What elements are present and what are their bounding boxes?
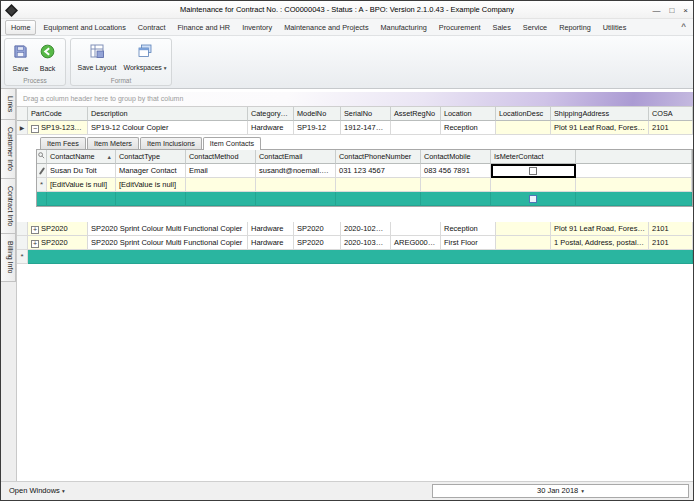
- cell-contactmethod[interactable]: [186, 192, 256, 206]
- column-header-contacttype[interactable]: ContactType: [116, 150, 186, 164]
- cell-cosa[interactable]: 2101: [649, 121, 693, 135]
- cell-description[interactable]: SP2020 Sprint Colour Multi Functional Co…: [88, 222, 248, 236]
- cell-contactemail[interactable]: [256, 178, 336, 192]
- ribbon-tab-home[interactable]: Home: [5, 20, 36, 35]
- cell-contactname[interactable]: Susan Du Toit: [47, 164, 116, 178]
- cell-locationdesc[interactable]: [496, 121, 551, 135]
- column-header-description[interactable]: Description: [88, 107, 248, 121]
- column-header-contactmobile[interactable]: ContactMobile: [421, 150, 491, 164]
- cell-shippingaddress[interactable]: Plot 91 Leaf Road, Forest Hills,: [551, 121, 649, 135]
- column-header-contactphonenumber[interactable]: ContactPhoneNumber: [336, 150, 421, 164]
- ribbon-tab-maintenance-and-projects[interactable]: Maintenance and Projects: [279, 21, 373, 34]
- cell-contactphonenumber[interactable]: [336, 178, 421, 192]
- column-header-contactemail[interactable]: ContactEmail: [256, 150, 336, 164]
- ribbon-tab-equipment-and-locations[interactable]: Equipment and Locations: [38, 21, 130, 34]
- cell-contactname[interactable]: [EditValue is null]: [47, 178, 116, 192]
- grid-new-row[interactable]: *: [17, 250, 693, 264]
- maximize-button[interactable]: □: [669, 6, 674, 15]
- date-picker[interactable]: 30 Jan 2018▾: [432, 484, 689, 498]
- back-button[interactable]: Back: [34, 40, 61, 75]
- cell-contactemail[interactable]: [256, 192, 336, 206]
- detail-tab-item-fees[interactable]: Item Fees: [40, 137, 86, 149]
- cell-partcode[interactable]: −SP19-123456: [28, 121, 88, 135]
- cell-contacttype[interactable]: [116, 192, 186, 206]
- column-header-contactname[interactable]: ContactName▲: [47, 150, 116, 164]
- sidebar-tab-contract-info[interactable]: Contract Info: [1, 178, 16, 234]
- ribbon-tab-manufacturing[interactable]: Manufacturing: [376, 21, 432, 34]
- cell-contactemail[interactable]: susandt@noemail.co.za: [256, 164, 336, 178]
- ismetercontact-checkbox[interactable]: [529, 195, 537, 203]
- ribbon-tab-sales[interactable]: Sales: [488, 21, 516, 34]
- cell-contactmethod[interactable]: [186, 178, 256, 192]
- column-header-categorydesc[interactable]: CategoryDesc: [248, 107, 294, 121]
- cell-modelno[interactable]: SP2020: [294, 222, 341, 236]
- cell-shippingaddress[interactable]: Plot 91 Leaf Road, Forest Hills,: [551, 222, 649, 236]
- ribbon-tab-service[interactable]: Service: [518, 21, 552, 34]
- save-layout-button[interactable]: Save Layout: [73, 40, 121, 75]
- cell-description[interactable]: SP19-12 Colour Copier: [88, 121, 248, 135]
- column-header-shippingaddress[interactable]: ShippingAddress: [551, 107, 649, 121]
- column-header-ismetercontact[interactable]: IsMeterContact: [491, 150, 576, 164]
- sidebar-tab-customer-info[interactable]: Customer Info: [1, 119, 16, 179]
- cell-contactmobile[interactable]: [421, 178, 491, 192]
- column-header-partcode[interactable]: PartCode: [28, 107, 88, 121]
- cell-serialno[interactable]: 1912-147258: [341, 121, 391, 135]
- ribbon-tab-reporting[interactable]: Reporting: [554, 21, 596, 34]
- grid-row-sp19[interactable]: ▶ −SP19-123456 SP19-12 Colour Copier Har…: [17, 121, 693, 135]
- detail-tab-item-inclusions[interactable]: Item Inclusions: [140, 137, 202, 149]
- cell-serialno[interactable]: 2020-103053: [341, 236, 391, 250]
- column-header-location[interactable]: Location: [441, 107, 496, 121]
- cell-serialno[interactable]: 2020-102048: [341, 222, 391, 236]
- ribbon-tab-procurement[interactable]: Procurement: [434, 21, 486, 34]
- ribbon-collapse-icon[interactable]: ^: [681, 22, 686, 31]
- cell-assetregno[interactable]: [391, 222, 441, 236]
- ribbon-tab-inventory[interactable]: Inventory: [237, 21, 277, 34]
- cell-contactmobile[interactable]: [421, 192, 491, 206]
- sidebar-tab-links[interactable]: Links: [1, 88, 16, 120]
- collapse-row-icon[interactable]: −: [31, 125, 39, 133]
- cell-categorydesc[interactable]: Hardware: [248, 121, 294, 135]
- minimize-button[interactable]: —: [652, 6, 660, 15]
- cell-assetregno[interactable]: AREG000048: [391, 236, 441, 250]
- cell-assetregno[interactable]: [391, 121, 441, 135]
- cell-partcode[interactable]: +SP2020: [28, 222, 88, 236]
- detail-tab-item-meters[interactable]: Item Meters: [87, 137, 139, 149]
- ribbon-tab-finance-and-hr[interactable]: Finance and HR: [172, 21, 235, 34]
- column-header-locationdesc[interactable]: LocationDesc: [496, 107, 551, 121]
- contact-row-susan[interactable]: Susan Du Toit Manager Contact Email susa…: [37, 164, 692, 178]
- cell-contactphonenumber[interactable]: [336, 192, 421, 206]
- cell-locationdesc[interactable]: [496, 236, 551, 250]
- new-row-selection[interactable]: [28, 250, 693, 264]
- open-windows-button[interactable]: Open Windows ▾: [5, 485, 69, 496]
- cell-cosa[interactable]: 2101: [649, 236, 693, 250]
- cell-contacttype[interactable]: [EditValue is null]: [116, 178, 186, 192]
- cell-ismetercontact[interactable]: [491, 178, 576, 192]
- column-header-cosa[interactable]: COSA: [649, 107, 693, 121]
- cell-partcode[interactable]: +SP2020: [28, 236, 88, 250]
- cell-ismetercontact[interactable]: [491, 192, 576, 206]
- contact-selected-empty-row[interactable]: [37, 192, 692, 206]
- cell-contactmethod[interactable]: Email: [186, 164, 256, 178]
- grid-row-sp2020-2[interactable]: +SP2020 SP2020 Sprint Colour Multi Funct…: [17, 236, 693, 250]
- cell-shippingaddress[interactable]: 1 Postal, Address, postal 3, po: [551, 236, 649, 250]
- cell-location[interactable]: First Floor: [441, 236, 496, 250]
- expand-row-icon[interactable]: +: [31, 226, 39, 234]
- cell-contactname[interactable]: [47, 192, 116, 206]
- column-header-serialno[interactable]: SerialNo: [341, 107, 391, 121]
- cell-categorydesc[interactable]: Hardware: [248, 222, 294, 236]
- workspaces-button[interactable]: Workspaces ▾: [121, 40, 169, 75]
- detail-tab-item-contacts[interactable]: Item Contacts: [203, 137, 261, 150]
- cell-categorydesc[interactable]: Hardware: [248, 236, 294, 250]
- cell-locationdesc[interactable]: [496, 222, 551, 236]
- contact-new-row[interactable]: * [EditValue is null] [EditValue is null…: [37, 178, 692, 192]
- cell-contactphonenumber[interactable]: 031 123 4567: [336, 164, 421, 178]
- column-header-contactmethod[interactable]: ContactMethod: [186, 150, 256, 164]
- cell-contactmobile[interactable]: 083 456 7891: [421, 164, 491, 178]
- cell-contacttype[interactable]: Manager Contact: [116, 164, 186, 178]
- cell-location[interactable]: Reception: [441, 121, 496, 135]
- cell-ismetercontact-focused[interactable]: [491, 164, 576, 178]
- expand-row-icon[interactable]: +: [31, 240, 39, 248]
- column-header-modelno[interactable]: ModelNo: [294, 107, 341, 121]
- ribbon-tab-utilities[interactable]: Utilities: [598, 21, 632, 34]
- column-header-assetregno[interactable]: AssetRegNo: [391, 107, 441, 121]
